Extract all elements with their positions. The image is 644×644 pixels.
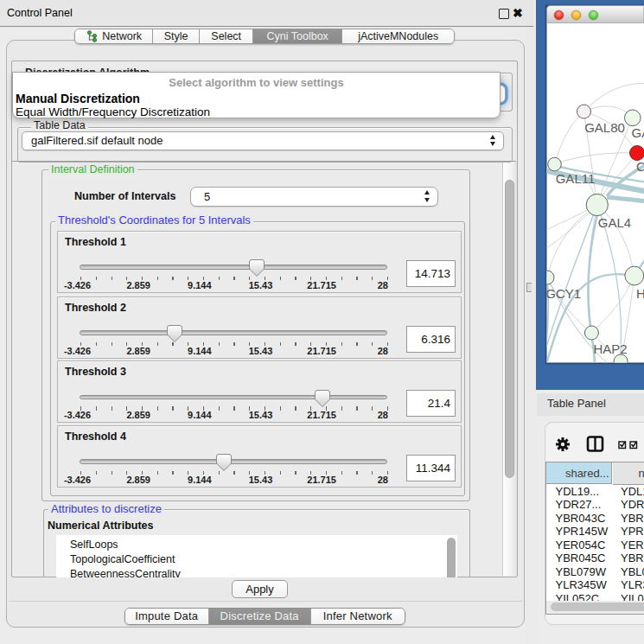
svg-text:HAP2: HAP2 xyxy=(593,341,627,356)
svg-text:GAL4: GAL4 xyxy=(598,215,631,230)
svg-text:GAL80: GAL80 xyxy=(584,120,625,135)
svg-text:CD: CD xyxy=(636,159,644,174)
svg-text:GA: GA xyxy=(632,125,644,140)
svg-text:GCY1: GCY1 xyxy=(545,286,581,301)
svg-text:HI: HI xyxy=(636,286,644,301)
svg-text:GAL11: GAL11 xyxy=(556,171,596,186)
